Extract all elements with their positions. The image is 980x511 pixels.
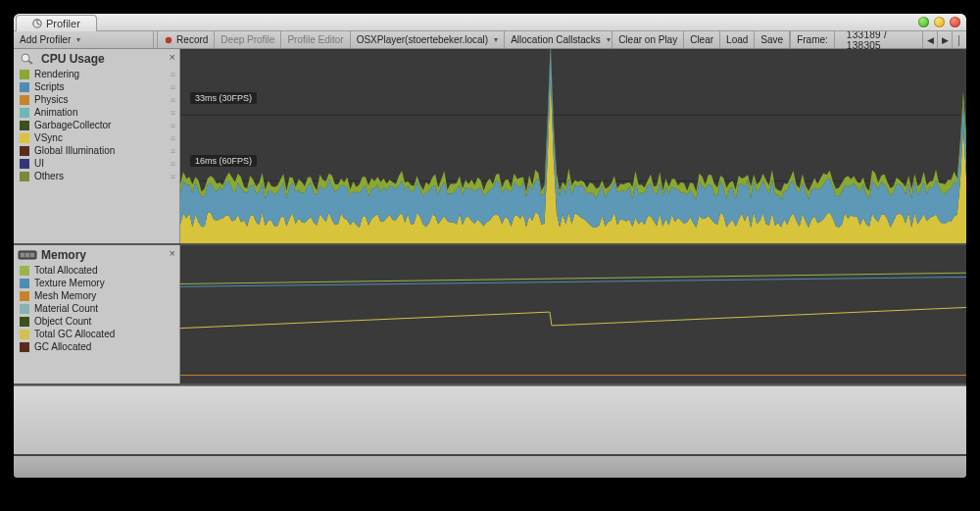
drag-grip-icon[interactable]: ≡ [171,70,173,79]
legend-label: GC Allocated [34,341,91,352]
drag-grip-icon[interactable]: ≡ [171,82,173,92]
legend-label: UI [34,158,44,169]
drag-grip-icon[interactable]: ≡ [171,133,173,143]
window-controls [918,17,960,27]
legend-label: Texture Memory [34,278,105,288]
legend-item[interactable]: Texture Memory [18,277,175,289]
legend-item[interactable]: UI≡ [18,157,175,170]
legend-label: Material Count [34,303,98,314]
drag-grip-icon[interactable]: ≡ [171,172,173,181]
legend-item[interactable]: Animation≡ [18,106,175,119]
close-window-button[interactable] [950,17,960,27]
legend-label: Global Illumination [34,145,115,156]
memory-graph[interactable] [180,245,966,383]
legend-item[interactable]: Mesh Memory [18,289,175,302]
legend-item[interactable]: Physics≡ [18,93,175,106]
legend-item[interactable]: Object Count [18,315,175,328]
current-frame-button[interactable]: │ [952,31,966,48]
legend-item[interactable]: VSync≡ [18,131,175,144]
drag-grip-icon[interactable]: ≡ [171,108,173,118]
legend-label: Total GC Allocated [34,329,115,339]
legend-item[interactable]: Global Illumination≡ [18,144,175,157]
legend-item[interactable]: Material Count [18,302,175,315]
load-button[interactable]: Load [720,31,755,48]
legend-item[interactable]: Rendering≡ [18,68,175,80]
minimize-button[interactable] [934,17,945,27]
cpu-graph[interactable]: 33ms (30FPS) 16ms (60FPS) [180,49,966,243]
legend-label: Others [34,171,64,181]
legend-label: Scripts [34,81,65,92]
legend-label: Animation [34,107,77,118]
svg-rect-8 [30,253,34,257]
close-memory-track[interactable]: × [170,247,175,259]
window-tab-label: Profiler [46,16,80,31]
window-tab-profiler[interactable]: Profiler [16,15,97,31]
record-button[interactable]: Record [158,31,215,48]
profiler-window: Profiler Add Profiler Record Deep Profil… [14,14,966,478]
memory-title: Memory [41,248,86,262]
legend-item[interactable]: Total Allocated [18,264,175,277]
prev-frame-button[interactable]: ◀ [922,31,937,48]
bar-icon: │ [956,35,962,45]
svg-rect-6 [21,253,24,257]
legend-label: GarbageCollector [34,120,111,130]
legend-item[interactable]: GarbageCollector≡ [18,119,175,131]
toolbar: Add Profiler Record Deep Profile Profile… [14,31,966,49]
memory-legend: Total AllocatedTexture MemoryMesh Memory… [14,264,179,357]
frame-value: 133189 / 138305 [834,31,922,48]
legend-item[interactable]: Scripts≡ [18,80,175,93]
legend-label: Rendering [34,69,79,79]
next-frame-button[interactable]: ▶ [937,31,952,48]
details-pane [14,385,966,454]
cpu-chart-svg [180,49,966,243]
legend-item[interactable]: GC Allocated [18,340,175,353]
legend-item[interactable]: Others≡ [18,170,175,182]
cpu-marker-16ms: 16ms (60FPS) [190,155,257,167]
cpu-legend: Rendering≡Scripts≡Physics≡Animation≡Garb… [14,68,179,186]
window-resize-footer [14,456,966,478]
legend-item[interactable]: Total GC Allocated [18,328,175,340]
memory-sidebar: × Memory Total AllocatedTexture MemoryMe… [14,245,180,383]
legend-label: VSync [34,132,63,143]
close-cpu-track[interactable]: × [170,51,175,63]
zoom-button[interactable] [918,17,929,27]
drag-grip-icon[interactable]: ≡ [171,121,173,130]
add-profiler-dropdown[interactable]: Add Profiler [14,31,154,48]
legend-swatch [20,304,29,314]
memory-header: Memory [14,245,179,264]
profile-editor-button[interactable]: Profile Editor [281,31,350,48]
svg-rect-7 [25,253,29,257]
deep-profile-button[interactable]: Deep Profile [215,31,281,48]
legend-label: Object Count [34,316,91,327]
cpu-marker-33ms: 33ms (30FPS) [190,92,257,104]
legend-swatch [20,82,29,92]
drag-grip-icon[interactable]: ≡ [171,159,173,169]
legend-swatch [20,317,29,327]
save-button[interactable]: Save [755,31,790,48]
drag-grip-icon[interactable]: ≡ [171,146,173,156]
drag-grip-icon[interactable]: ≡ [171,95,173,105]
cpu-track: × CPU Usage Rendering≡Scripts≡Physics≡An… [14,49,966,245]
svg-point-2 [22,54,29,62]
chevron-right-icon: ▶ [942,35,949,45]
titlebar: Profiler [14,14,966,31]
allocation-callstacks-dropdown[interactable]: Allocation Callstacks [505,31,612,48]
legend-swatch [20,95,29,105]
legend-label: Physics [34,94,68,105]
legend-swatch [20,133,29,143]
clear-on-play-button[interactable]: Clear on Play [612,31,684,48]
profiler-body: × CPU Usage Rendering≡Scripts≡Physics≡An… [14,49,966,456]
legend-swatch [20,146,29,156]
clear-button[interactable]: Clear [684,31,720,48]
target-dropdown[interactable]: OSXPlayer(stoertebeker.local) [351,31,506,48]
svg-point-1 [166,36,172,42]
legend-swatch [20,266,29,276]
memory-track: × Memory Total AllocatedTexture MemoryMe… [14,245,966,385]
legend-label: Total Allocated [34,265,98,276]
legend-swatch [20,70,29,79]
legend-swatch [20,291,29,301]
cpu-title: CPU Usage [41,52,105,66]
profiler-icon [32,19,42,28]
legend-swatch [20,121,29,130]
memory-chart-svg [180,245,966,383]
